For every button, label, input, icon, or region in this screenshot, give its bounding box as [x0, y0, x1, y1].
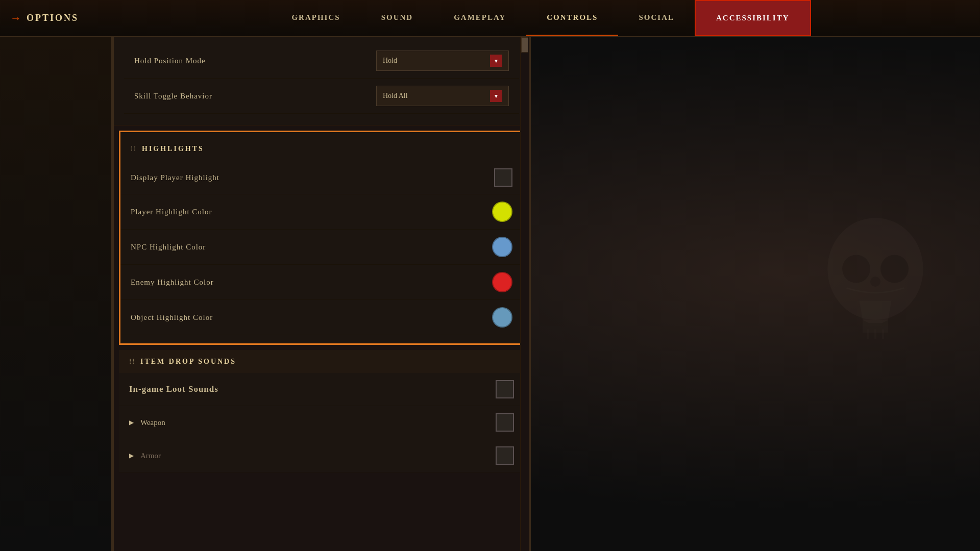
hold-position-label: Hold Position Mode [134, 57, 206, 65]
top-partial-inner: Hold Position Mode Hold ▼ Skill Toggle B… [114, 37, 529, 120]
main-content: Hold Position Mode Hold ▼ Skill Toggle B… [0, 37, 980, 551]
highlights-dots-icon: ⁞⁞ [131, 144, 137, 153]
object-highlight-color-row: Object Highlight Color [120, 300, 523, 335]
skill-toggle-label: Skill Toggle Behavior [134, 92, 212, 101]
highlights-title: HIGHLIGHTS [142, 145, 204, 153]
player-highlight-color-row: Player Highlight Color [120, 194, 523, 230]
navigation-bar: → OPTIONS GRAPHICS SOUND GAMEPLAY CONTRO… [0, 0, 980, 37]
npc-highlight-color-swatch[interactable] [492, 237, 512, 257]
ingame-loot-sounds-checkbox[interactable] [496, 380, 514, 398]
weapon-item-row: ▶ Weapon [119, 406, 524, 439]
skull-decoration-icon [812, 205, 939, 384]
highlights-section: ⁞⁞ HIGHLIGHTS Display Player Highlight P… [119, 131, 524, 345]
object-highlight-color-label: Object Highlight Color [131, 313, 213, 322]
enemy-highlight-color-swatch[interactable] [492, 272, 512, 292]
weapon-label-group: ▶ Weapon [129, 418, 165, 427]
npc-highlight-color-label: NPC Highlight Color [131, 243, 206, 252]
armor-label: Armor [140, 452, 161, 460]
highlights-header: ⁞⁞ HIGHLIGHTS [120, 140, 523, 161]
scrollbar-track[interactable] [520, 37, 529, 551]
nav-controls[interactable]: CONTROLS [526, 0, 618, 36]
nav-title: OPTIONS [27, 13, 79, 23]
item-drop-sounds-title: ITEM DROP SOUNDS [140, 358, 236, 366]
npc-highlight-color-row: NPC Highlight Color [120, 230, 523, 265]
weapon-label: Weapon [140, 418, 165, 427]
display-player-highlight-label: Display Player Highlight [131, 173, 219, 182]
display-player-highlight-checkbox[interactable] [494, 168, 512, 187]
object-highlight-color-swatch[interactable] [492, 307, 512, 328]
svg-point-2 [880, 255, 909, 283]
display-player-highlight-row: Display Player Highlight [120, 161, 523, 194]
nav-logo: → OPTIONS [0, 12, 102, 25]
skill-toggle-arrow-icon: ▼ [490, 90, 502, 102]
top-settings-section: Hold Position Mode Hold ▼ Skill Toggle B… [114, 37, 529, 126]
nav-items: GRAPHICS SOUND GAMEPLAY CONTROLS SOCIAL … [102, 0, 980, 36]
settings-scroll-area[interactable]: Hold Position Mode Hold ▼ Skill Toggle B… [114, 37, 529, 551]
skill-toggle-row: Skill Toggle Behavior Hold All ▼ [124, 79, 519, 114]
ingame-loot-sounds-row: In-game Loot Sounds [119, 373, 524, 406]
enemy-highlight-color-row: Enemy Highlight Color [120, 265, 523, 300]
nav-gameplay[interactable]: GAMEPLAY [433, 0, 526, 36]
player-highlight-color-label: Player Highlight Color [131, 208, 212, 216]
nav-graphics[interactable]: GRAPHICS [271, 0, 360, 36]
armor-checkbox[interactable] [496, 446, 514, 465]
left-border-decoration [0, 37, 112, 551]
hold-position-value: Hold [383, 57, 397, 65]
hold-position-arrow-icon: ▼ [490, 55, 502, 67]
ingame-loot-sounds-label: In-game Loot Sounds [129, 384, 218, 394]
item-drop-dots-icon: ⁞⁞ [129, 357, 135, 366]
skill-toggle-dropdown[interactable]: Hold All ▼ [376, 86, 509, 106]
nav-social[interactable]: SOCIAL [618, 0, 695, 36]
armor-label-group: ▶ Armor [129, 452, 161, 460]
hold-position-dropdown[interactable]: Hold ▼ [376, 51, 509, 71]
armor-item-row: ▶ Armor [119, 439, 524, 472]
nav-accessibility[interactable]: ACCESSIBILITY [695, 0, 811, 36]
armor-expand-icon: ▶ [129, 452, 134, 460]
right-decoration-panel [531, 37, 980, 551]
item-drop-sounds-header: ⁞⁞ ITEM DROP SOUNDS [119, 350, 524, 373]
svg-point-3 [870, 277, 880, 287]
skill-toggle-value: Hold All [383, 92, 408, 100]
nav-sound[interactable]: SOUND [361, 0, 434, 36]
enemy-highlight-color-label: Enemy Highlight Color [131, 278, 214, 287]
scrollbar-thumb[interactable] [521, 37, 528, 53]
player-highlight-color-swatch[interactable] [492, 202, 512, 222]
weapon-checkbox[interactable] [496, 413, 514, 432]
hold-position-row: Hold Position Mode Hold ▼ [124, 43, 519, 79]
item-drop-sounds-section: ⁞⁞ ITEM DROP SOUNDS In-game Loot Sounds … [119, 350, 524, 472]
svg-point-1 [842, 255, 870, 283]
nav-arrow-icon: → [10, 12, 21, 25]
settings-panel: Hold Position Mode Hold ▼ Skill Toggle B… [112, 37, 531, 551]
weapon-expand-icon: ▶ [129, 419, 134, 427]
